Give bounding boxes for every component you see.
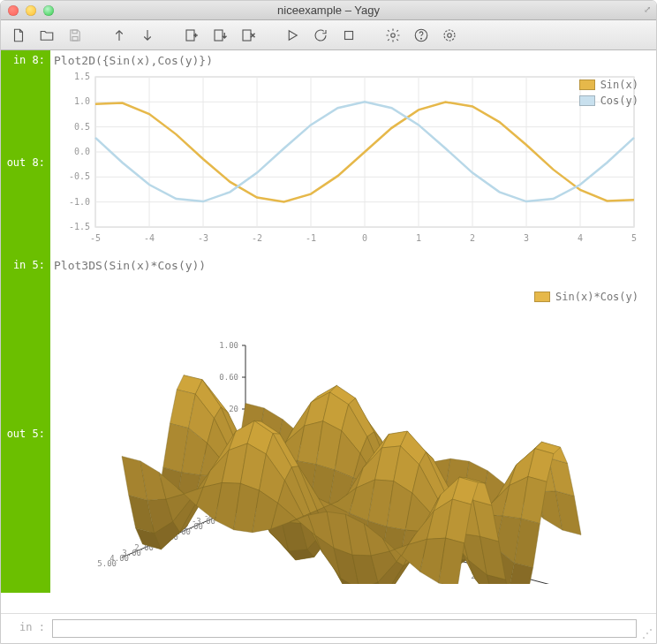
svg-text:1.5: 1.5 [74,72,90,81]
minimize-window-button[interactable] [26,5,36,16]
new-file-button[interactable] [6,24,31,47]
svg-rect-1 [72,36,78,41]
cell-down-button[interactable] [208,24,232,47]
svg-text:4: 4 [578,233,583,243]
cell-code[interactable]: Plot3DS(Sin(x)*Cos(y)) [50,255,656,275]
zoom-window-button[interactable] [43,5,54,16]
svg-text:-2: -2 [252,233,262,243]
svg-text:-0.5: -0.5 [69,171,90,181]
svg-text:3: 3 [524,233,529,243]
legend-swatch-cos [579,95,595,106]
svg-rect-2 [186,30,194,41]
open-file-button[interactable] [34,24,59,47]
plot3d-output[interactable]: -5.00-4.00-3.00-2.00-1.000.001.002.003.0… [54,275,649,584]
svg-text:0.60: 0.60 [219,373,238,382]
svg-text:2: 2 [470,233,475,243]
close-window-button[interactable] [8,5,19,16]
legend-label: Cos(y) [600,95,638,107]
plot2d-output[interactable]: -5-4-3-2-1012345-1.5-1.0-0.50.00.51.01.5… [54,70,649,246]
window-title: niceexample – Yagy [1,4,656,17]
cell-in-label: in 8: [1,50,50,70]
input-label: in : [1,614,50,643]
svg-text:5: 5 [631,233,637,243]
svg-text:1: 1 [416,233,421,243]
plot2d-legend: Sin(x) Cos(y) [579,79,638,110]
fullscreen-icon[interactable]: ⤢ [644,4,651,14]
command-input[interactable] [52,619,637,638]
svg-text:1.00: 1.00 [219,341,238,350]
legend-swatch-sin [579,80,595,90]
toolbar [1,20,656,50]
svg-rect-3 [215,30,223,41]
svg-text:5.00: 5.00 [97,559,117,568]
svg-rect-4 [243,30,251,41]
legend-swatch-surface [534,292,550,302]
save-file-button[interactable] [63,24,87,47]
svg-point-9 [444,30,455,41]
target-button[interactable] [437,24,462,47]
titlebar: niceexample – Yagy ⤢ [1,1,656,20]
svg-point-6 [391,33,396,37]
legend-label: Sin(x) [600,79,638,91]
svg-point-10 [448,33,452,37]
svg-text:-1.0: -1.0 [69,197,90,207]
svg-text:0.0: 0.0 [74,147,90,156]
delete-cell-button[interactable] [236,24,261,47]
cell-in-label: in 5: [1,255,50,275]
legend-label: Sin(x)*Cos(y) [555,291,638,303]
svg-rect-0 [72,30,77,34]
svg-text:-1.5: -1.5 [69,222,90,231]
resize-grip-icon[interactable]: ⋰ [642,627,653,640]
stop-button[interactable] [336,24,361,47]
help-button[interactable] [409,24,434,47]
insert-cell-button[interactable] [179,24,204,47]
svg-rect-5 [345,31,353,39]
cell-code[interactable]: Plot2D({Sin(x),Cos(y)}) [50,50,656,70]
svg-text:-5: -5 [90,233,101,243]
svg-point-8 [421,38,422,39]
input-bar: in : ⋰ [1,613,656,643]
svg-text:0: 0 [362,233,367,243]
plot3d-legend: Sin(x)*Cos(y) [534,291,638,307]
reload-button[interactable] [308,24,333,47]
workspace: in 8: Plot2D({Sin(x),Cos(y)}) out 8: -5-… [1,50,656,613]
svg-text:-3: -3 [198,233,208,243]
settings-button[interactable] [381,24,405,47]
cell-out-label: out 5: [1,275,50,593]
svg-text:-4: -4 [144,233,155,243]
svg-text:0.5: 0.5 [74,122,90,132]
svg-text:-1: -1 [306,233,316,243]
cell-out-label: out 8: [1,70,50,255]
svg-text:1.0: 1.0 [74,96,90,106]
move-up-button[interactable] [107,24,132,47]
run-button[interactable] [280,24,305,47]
move-down-button[interactable] [135,24,160,47]
